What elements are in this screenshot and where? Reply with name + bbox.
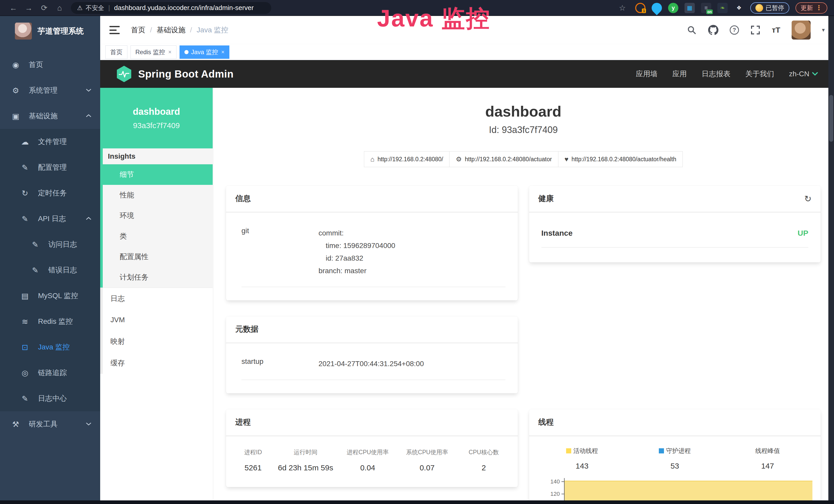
- forward-icon[interactable]: →: [22, 4, 36, 12]
- gear-icon: ⚙: [10, 86, 22, 95]
- cpu-cores-value: 2: [458, 463, 510, 472]
- scrollbar-thumb[interactable]: [829, 95, 833, 142]
- actuator-url: http://192.168.0.2:48080/actuator: [465, 156, 552, 163]
- insights-item-metrics[interactable]: 性能: [103, 185, 213, 205]
- uptime-value: 6d 23h 15m 59s: [272, 463, 339, 472]
- history-icon[interactable]: ↺: [804, 193, 812, 204]
- sidebar-item-jobs[interactable]: ↻ 定时任务: [0, 180, 100, 206]
- insights-item-classes[interactable]: 类: [103, 226, 213, 247]
- insights-item-environment[interactable]: 环境: [103, 205, 213, 226]
- insights-item-scheduled-tasks[interactable]: 计划任务: [103, 267, 213, 288]
- hamburger-icon[interactable]: [109, 26, 120, 34]
- sidebar-item-label: 日志中心: [38, 394, 67, 403]
- fullscreen-icon[interactable]: [750, 25, 761, 35]
- service-url-button[interactable]: ⌂ http://192.168.0.2:48080/: [364, 151, 450, 167]
- breadcrumb-home[interactable]: 首页: [131, 25, 146, 35]
- bookmark-star-icon[interactable]: ☆: [616, 3, 629, 12]
- breadcrumb-section[interactable]: 基础设施: [157, 25, 185, 35]
- actuator-url-button[interactable]: ⚙ http://192.168.0.2:48080/actuator: [449, 151, 558, 167]
- breadcrumb: 首页 / 基础设施 / Java 监控: [131, 25, 228, 35]
- insights-item-config-props[interactable]: 配置属性: [103, 247, 213, 267]
- extension-on-badge: on: [706, 9, 713, 14]
- user-avatar[interactable]: [792, 21, 811, 40]
- search-icon[interactable]: [686, 25, 697, 35]
- home-icon[interactable]: ⌂: [53, 4, 66, 12]
- metadata-card: 元数据 startup 2021-04-27T00:44:31.254+08:0…: [226, 316, 518, 393]
- update-button[interactable]: 更新 ⋮: [795, 2, 827, 14]
- instance-item-jvm[interactable]: JVM: [100, 309, 213, 331]
- sidebar-item-system[interactable]: ⚙ 系统管理: [0, 77, 100, 103]
- sidebar-item-api-log[interactable]: ✎ API 日志: [0, 206, 100, 232]
- window-scrollbar[interactable]: [828, 16, 834, 504]
- help-icon[interactable]: ?: [730, 25, 739, 35]
- tab-home[interactable]: 首页: [105, 45, 127, 59]
- health-url-button[interactable]: ♥ http://192.168.0.2:48080/actuator/heal…: [558, 151, 683, 167]
- metadata-value: 2021-04-27T00:44:31.254+08:00: [319, 358, 424, 370]
- health-instance-row[interactable]: Instance UP: [542, 229, 809, 248]
- sidebar-item-files[interactable]: ☁ 文件管理: [0, 129, 100, 155]
- instance-header[interactable]: dashboard 93a3fc7f7409: [100, 88, 213, 148]
- font-size-icon[interactable]: ᴛT: [772, 26, 780, 35]
- sidebar-item-access-log[interactable]: ✎ 访问日志: [0, 232, 100, 257]
- threads-values: 143 53 147: [536, 462, 814, 471]
- legend-peak-threads: 线程峰值: [721, 447, 814, 455]
- sidebar-item-java-monitor[interactable]: ⊡ Java 监控: [0, 334, 100, 360]
- instance-item-caches[interactable]: 缓存: [100, 352, 213, 374]
- tab-redis-monitor[interactable]: Redis 监控 ×: [130, 45, 176, 59]
- edit-icon: ✎: [29, 266, 41, 275]
- github-icon[interactable]: [708, 25, 719, 35]
- sba-language-select[interactable]: zh-CN: [789, 70, 818, 78]
- extension-puzzle-icon[interactable]: ❖: [734, 3, 744, 13]
- extension-pin-icon[interactable]: [650, 1, 664, 15]
- sidebar-item-mysql[interactable]: ▤ MySQL 监控: [0, 283, 100, 308]
- sidebar-item-error-log[interactable]: ✎ 错误日志: [0, 257, 100, 283]
- sidebar-item-config[interactable]: ✎ 配置管理: [0, 155, 100, 180]
- sidebar-item-redis[interactable]: ≋ Redis 监控: [0, 308, 100, 334]
- threads-legend: 活动线程 守护进程 线程峰值: [536, 447, 814, 455]
- redis-icon: ≋: [19, 317, 31, 326]
- process-table-values: 5261 6d 23h 15m 59s 0.04 0.07 2: [234, 463, 510, 472]
- close-icon[interactable]: ×: [221, 49, 224, 55]
- eye-icon: ◎: [19, 368, 31, 377]
- sba-nav-journal[interactable]: 日志报表: [702, 69, 730, 79]
- git-commit-line: commit:: [319, 227, 395, 239]
- close-icon[interactable]: ×: [168, 49, 172, 55]
- edit-icon: ✎: [19, 163, 31, 172]
- paused-pill[interactable]: 已暂停: [750, 2, 789, 14]
- instance-item-mappings[interactable]: 映射: [100, 331, 213, 352]
- header-actions: ? ᴛT ▾: [686, 21, 825, 40]
- extension-youdao-icon[interactable]: y: [668, 3, 678, 13]
- sidebar-item-log-center[interactable]: ✎ 日志中心: [0, 386, 100, 411]
- legend-label: 活动线程: [573, 447, 598, 455]
- tab-java-monitor[interactable]: Java 监控 ×: [179, 45, 229, 59]
- sba-nav-wallboard[interactable]: 应用墙: [636, 69, 658, 79]
- extension-grid-icon[interactable]: ▦: [684, 3, 695, 13]
- not-secure-label[interactable]: 不安全: [86, 4, 104, 12]
- sidebar-logo-row[interactable]: 芋道管理系统: [0, 16, 100, 45]
- extension-orange-icon[interactable]: 1: [635, 3, 645, 13]
- sba-nav-applications[interactable]: 应用: [673, 69, 687, 79]
- insights-item-details[interactable]: 细节: [103, 164, 213, 185]
- sidebar-item-label: 配置管理: [38, 162, 67, 172]
- threads-chart: 140 120 100: [536, 478, 814, 504]
- extension-list-icon[interactable]: ≡ on: [701, 3, 711, 13]
- back-icon[interactable]: ←: [7, 4, 20, 12]
- sidebar-item-dev-tools[interactable]: ⚒ 研发工具: [0, 411, 100, 437]
- sidebar-item-infra[interactable]: ▣ 基础设施: [0, 103, 100, 129]
- sidebar-item-home[interactable]: ◉ 首页: [0, 52, 100, 77]
- url-text[interactable]: dashboard.yudao.iocoder.cn/infra/admin-s…: [114, 4, 254, 12]
- reload-icon[interactable]: ⟳: [38, 3, 51, 12]
- instance-item-logs[interactable]: 日志: [100, 288, 213, 309]
- sidebar-item-label: 系统管理: [29, 86, 58, 95]
- chrome-menu-icon[interactable]: ⋮: [815, 4, 822, 12]
- sba-brand[interactable]: Spring Boot Admin: [116, 65, 234, 83]
- daemon-threads-value: 53: [629, 462, 721, 471]
- sba-nav-about[interactable]: 关于我们: [745, 69, 774, 79]
- address-bar[interactable]: ⚠ 不安全 | dashboard.yudao.iocoder.cn/infra…: [71, 2, 271, 14]
- sidebar-item-tracing[interactable]: ◎ 链路追踪: [0, 360, 100, 386]
- instance-links: ⌂ http://192.168.0.2:48080/ ⚙ http://192…: [226, 151, 821, 167]
- yellow-swatch-icon: [566, 448, 571, 453]
- avatar-caret-icon[interactable]: ▾: [822, 27, 825, 33]
- chevron-up-icon: [86, 217, 91, 220]
- extension-leaf-icon[interactable]: ❧: [717, 3, 728, 13]
